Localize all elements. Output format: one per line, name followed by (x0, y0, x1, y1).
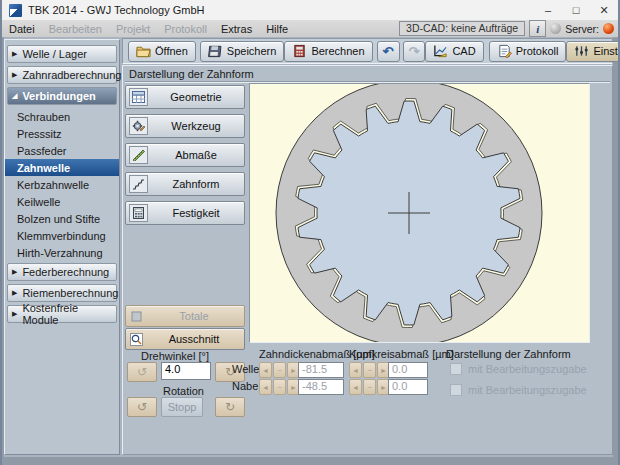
save-button[interactable]: Speichern (200, 41, 285, 62)
totale-button[interactable]: Totale (125, 305, 245, 327)
festigkeit-button[interactable]: Festigkeit (125, 201, 245, 225)
undo-button[interactable]: ↶ (377, 41, 400, 62)
rotation-label: Rotation (163, 385, 204, 397)
step-left-icon[interactable]: ◄ (259, 379, 272, 395)
info-icon[interactable]: i (529, 20, 546, 37)
rotate-ccw-icon: ↺ (137, 400, 147, 414)
welle-kopfkreis-input[interactable]: 0.0 (388, 362, 428, 378)
chevron-right-icon: ▶ (12, 289, 17, 297)
step-minus-icon[interactable]: − (363, 362, 376, 378)
full-view-icon (129, 309, 144, 323)
menu-bearbeiten[interactable]: Bearbeiten (42, 23, 109, 35)
sidebar-item-presssitz[interactable]: Presssitz (5, 125, 119, 142)
maximize-button[interactable]: □ (562, 0, 590, 20)
sidebar-item-hirth-verzahnung[interactable]: Hirth-Verzahnung (5, 244, 119, 261)
nabe-kopfkreis-input[interactable]: 0.0 (388, 379, 428, 395)
rotation-cw-button[interactable]: ↻ (215, 397, 245, 417)
step-minus-icon[interactable]: − (363, 379, 376, 395)
darstellung-group-label: Darstellung der Zahnform (446, 348, 571, 360)
menu-bar: Datei Bearbeiten Projekt Protokoll Extra… (2, 20, 618, 38)
rotation-ccw-button[interactable]: ↺ (127, 397, 157, 417)
sidebar-item-keilwelle[interactable]: Keilwelle (5, 193, 119, 210)
app-body: ▶ Welle / Lager ▶ Zahnradberechnung ◢ Ve… (4, 37, 613, 457)
open-button[interactable]: Öffnen (128, 41, 196, 62)
tooth-profile-icon (129, 175, 148, 193)
drehwinkel-input[interactable]: 4.0 (161, 362, 211, 380)
cad-button[interactable]: CAD (425, 41, 483, 62)
einstellungen-button[interactable]: Einstellungen (566, 41, 620, 62)
redo-button[interactable]: ↷ (403, 41, 426, 62)
zahnform-button[interactable]: Zahnform (125, 172, 245, 196)
sidebar-section-welle-lager[interactable]: ▶ Welle / Lager (7, 45, 117, 63)
chevron-right-icon: ▶ (12, 71, 17, 79)
calculator-icon (292, 44, 307, 58)
rotate-ccw-icon: ↺ (137, 365, 147, 379)
rotate-cw-icon: ↻ (225, 400, 235, 414)
geometry-table-icon (129, 88, 148, 106)
strength-calculator-icon (129, 204, 148, 222)
magnifier-icon (129, 332, 144, 346)
menu-protokoll[interactable]: Protokoll (157, 23, 214, 35)
step-left-icon[interactable]: ◄ (349, 362, 362, 378)
app-icon (9, 4, 22, 17)
welle-zahndicken-input[interactable]: -81.5 (298, 362, 344, 378)
werkzeug-button[interactable]: Werkzeug (125, 114, 245, 138)
content-pane: Darstellung der Zahnform Geometrie Werkz… (122, 65, 613, 455)
close-button[interactable]: ✕ (590, 0, 618, 20)
save-disk-icon (208, 44, 223, 58)
geometrie-button[interactable]: Geometrie (125, 85, 245, 109)
bearbeitungszugabe-checkbox-1[interactable] (450, 363, 462, 375)
calculate-button[interactable]: Berechnen (284, 41, 372, 62)
sidebar-item-passfeder[interactable]: Passfeder (5, 142, 119, 159)
pane-title: Darstellung der Zahnform (129, 68, 254, 80)
tooth-form-canvas[interactable] (249, 83, 590, 343)
menu-extras[interactable]: Extras (214, 23, 259, 35)
menu-datei[interactable]: Datei (2, 23, 42, 35)
sidebar-item-klemmverbindung[interactable]: Klemmverbindung (5, 227, 119, 244)
ausschnitt-button[interactable]: Ausschnitt (125, 328, 245, 350)
tolerance-ruler-icon (129, 146, 148, 164)
abmasse-button[interactable]: Abmaße (125, 143, 245, 167)
sidebar-item-zahnwelle[interactable]: Zahnwelle (5, 159, 119, 176)
redo-icon: ↷ (409, 44, 420, 59)
undo-icon: ↶ (383, 44, 394, 59)
step-left-icon[interactable]: ◄ (349, 379, 362, 395)
kopfkreisabmass-header: Kopfkreisabmaß [µm] (349, 348, 454, 360)
step-minus-icon[interactable]: − (273, 379, 286, 395)
nabe-row-label: Nabe (232, 380, 258, 392)
settings-sliders-icon (574, 44, 589, 58)
minimize-button[interactable]: – (534, 0, 562, 20)
sidebar-item-schrauben[interactable]: Schrauben (5, 108, 119, 125)
rotate-left-button[interactable]: ↺ (127, 362, 157, 382)
sidebar-item-kerbzahnwelle[interactable]: Kerbzahnwelle (5, 176, 119, 193)
sidebar-section-kostenfreie-module[interactable]: ▶ Kostenfreie Module (7, 305, 117, 323)
sidebar-section-federberechnung[interactable]: ▶ Federberechnung (7, 263, 117, 281)
protokoll-button[interactable]: Protokoll (489, 41, 567, 62)
main-toolbar: Öffnen Speichern (122, 38, 613, 64)
tool-gear-icon (129, 117, 148, 135)
idle-status-dot (550, 23, 561, 34)
cad-chart-icon (433, 44, 448, 58)
drehwinkel-label: Drehwinkel [°] (141, 350, 209, 362)
app-window: TBK 2014 - GWJ Technology GmbH – □ ✕ Dat… (0, 0, 620, 465)
server-status-dot (603, 23, 614, 34)
sidebar-section-verbindungen[interactable]: ◢ Verbindungen (7, 87, 117, 105)
sidebar-section-riemenberechnung[interactable]: ▶ Riemenberechnung (7, 284, 117, 302)
step-left-icon[interactable]: ◄ (259, 362, 272, 378)
nabe-zahndicken-input[interactable]: -48.5 (298, 379, 344, 395)
chevron-expanded-icon: ◢ (12, 92, 17, 100)
gear-drawing (250, 84, 589, 342)
navigation-sidebar: ▶ Welle / Lager ▶ Zahnradberechnung ◢ Ve… (4, 39, 120, 455)
title-bar: TBK 2014 - GWJ Technology GmbH – □ ✕ (2, 0, 618, 20)
menu-hilfe[interactable]: Hilfe (259, 23, 295, 35)
menu-projekt[interactable]: Projekt (109, 23, 157, 35)
cad-status-field: 3D-CAD: keine Aufträge (399, 21, 525, 36)
rotation-stop-button[interactable]: Stopp (161, 397, 203, 417)
step-minus-icon[interactable]: − (273, 362, 286, 378)
server-label: Server: (565, 23, 599, 35)
sidebar-section-zahnradberechnung[interactable]: ▶ Zahnradberechnung (7, 66, 117, 84)
chevron-right-icon: ▶ (12, 268, 17, 276)
sidebar-item-bolzen-und-stifte[interactable]: Bolzen und Stifte (5, 210, 119, 227)
open-folder-icon (136, 44, 151, 58)
bearbeitungszugabe-checkbox-2[interactable] (450, 384, 462, 396)
